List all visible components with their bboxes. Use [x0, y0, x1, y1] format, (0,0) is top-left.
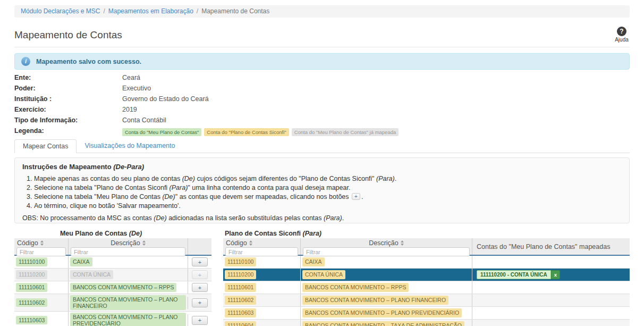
sort-icon[interactable] — [40, 240, 44, 246]
siconfi-account-row[interactable]: 111110602BANCOS CONTA MOVIMENTO – PLANO … — [223, 294, 630, 307]
instruction-item: Ao término, clique no botão 'Salvar mape… — [34, 202, 622, 211]
field-label: Exercício: — [14, 106, 122, 116]
left-desc-column-header[interactable]: Descrição — [69, 239, 188, 247]
account-desc-badge: BANCOS CONTA MOVIMENTO – PLANO FINANCEIR… — [70, 295, 186, 310]
account-code-badge: 111110603 — [225, 308, 256, 317]
my-plan-account-row[interactable]: 111110603BANCOS CONTA MOVIMENTO – PLANO … — [14, 312, 211, 326]
help-label: Ajuda — [612, 37, 631, 43]
account-desc-badge: BANCOS CONTA MOVIMENTO – PLANO PREVIDENC… — [302, 308, 462, 317]
account-code-badge: 111110604 — [225, 321, 256, 326]
field-label: Tipo de Informação: — [14, 116, 122, 127]
alert-message: Mapeamento salvo com sucesso. — [36, 58, 141, 65]
field-value: Conta Contábil — [122, 116, 166, 127]
help-button[interactable]: ? Ajuda — [612, 27, 631, 43]
siconfi-account-row[interactable]: 111110604BANCOS CONTA MOVIMENTO – TAXA D… — [223, 320, 630, 326]
plus-button-example: + — [352, 193, 360, 200]
left-table-title-em: (De) — [129, 230, 142, 237]
siconfi-account-row[interactable]: 111110603BANCOS CONTA MOVIMENTO – PLANO … — [223, 307, 630, 320]
right-code-column-header[interactable]: Código — [223, 239, 300, 247]
account-desc-badge: CONTA ÚNICA — [302, 270, 345, 279]
legend-badge-green: Conta do "Meu Plano de Contas" — [122, 128, 201, 136]
my-plan-account-row[interactable]: 111110601BANCOS CONTA MOVIMENTO – RPPS+ — [14, 281, 211, 294]
legend-badge-gray: Conta do "Meu Plano de Contas" já mapead… — [292, 128, 399, 136]
account-code-badge: 111110603 — [16, 316, 47, 324]
breadcrumb-separator: / — [103, 7, 105, 15]
breadcrumb: Módulo Declarações e MSC/Mapeamentos em … — [14, 5, 630, 18]
account-desc-badge: BANCOS CONTA MOVIMENTO – PLANO FINANCEIR… — [302, 296, 448, 304]
siconfi-chart-of-accounts-table: Plano de Contas Siconfi (Para) Código De… — [223, 230, 630, 326]
page-title: Mapeamento de Contas — [14, 29, 122, 41]
account-desc-badge: BANCOS CONTA MOVIMENTO – RPPS — [70, 283, 176, 291]
legend-label: Legenda: — [14, 127, 122, 138]
account-code-badge: 111110200 — [16, 270, 47, 279]
siconfi-account-row[interactable]: 111110100CAIXA — [223, 256, 630, 269]
add-account-button[interactable]: + — [192, 283, 208, 292]
field-value: Ceará — [122, 74, 140, 85]
left-code-column-header[interactable]: Código — [14, 239, 68, 247]
breadcrumb-item[interactable]: Mapeamentos em Elaboração — [108, 7, 193, 15]
right-desc-column-header[interactable]: Descrição — [301, 239, 472, 247]
instructions-list: Mapeie apenas as contas do seu plano de … — [22, 174, 622, 211]
my-plan-account-row[interactable]: 111110100CAIXA+ — [14, 256, 211, 269]
account-desc-badge: CAIXA — [70, 257, 92, 266]
mapped-accounts-column-header: Contas do "Meu Plano de Contas" mapeadas — [472, 239, 630, 255]
legend-badges: Conta do "Meu Plano de Contas"Conta do "… — [122, 127, 399, 138]
add-account-button[interactable]: + — [192, 270, 208, 279]
sort-icon[interactable] — [249, 240, 252, 246]
account-code-badge: 111110601 — [225, 283, 256, 291]
info-field-row: Ente:Ceará — [14, 74, 630, 85]
field-value: Executivo — [122, 85, 151, 95]
add-account-button[interactable]: + — [192, 257, 208, 266]
account-code-badge: 111110602 — [16, 298, 47, 307]
page: Módulo Declarações e MSC/Mapeamentos em … — [0, 0, 644, 326]
success-alert: i Mapeamento salvo com sucesso. — [14, 53, 630, 70]
right-table-header: Código Descrição Contas do "Meu Plano de… — [223, 238, 630, 256]
tab-bar: Mapear ContasVisualizações do Mapeamento — [14, 139, 630, 153]
left-table-header: Código Descrição — [14, 238, 211, 256]
remove-mapped-button[interactable]: x — [551, 270, 560, 279]
account-desc-badge: BANCOS CONTA MOVIMENTO – PLANO PREVIDENC… — [70, 313, 186, 326]
breadcrumb-item[interactable]: Módulo Declarações e MSC — [21, 7, 100, 15]
instruction-item: Mapeie apenas as contas do seu plano de … — [34, 174, 622, 183]
instruction-item: Selecione na tabela "Meu Plano de Contas… — [34, 193, 622, 202]
info-icon: i — [21, 57, 30, 66]
tab-mapear-contas[interactable]: Mapear Contas — [14, 139, 77, 153]
field-value: 2019 — [122, 106, 137, 116]
left-table-title-text: Meu Plano de Contas — [60, 230, 127, 237]
right-table-title-em: (Para) — [303, 230, 321, 237]
field-value: Governo do Estado do Ceará — [122, 95, 209, 106]
right-code-filter-input[interactable] — [225, 247, 298, 256]
right-table-body: 111110100CAIXA111110200CONTA ÚNICA111110… — [223, 256, 630, 326]
entity-info: Ente:CearáPoder:ExecutivoInstituição :Go… — [14, 74, 630, 138]
my-chart-of-accounts-table: Meu Plano de Contas (De) Código Descriçã… — [14, 230, 211, 326]
legend-badge-yellow: Conta do "Plano de Contas Siconfi" — [204, 128, 289, 136]
my-plan-account-row[interactable]: 111110602BANCOS CONTA MOVIMENTO – PLANO … — [14, 294, 211, 312]
title-divider — [14, 47, 630, 47]
info-field-row: Poder:Executivo — [14, 85, 630, 95]
add-account-button[interactable]: + — [192, 316, 208, 325]
right-table-title-text: Plano de Contas Siconfi — [225, 230, 301, 237]
account-code-badge: 111110100 — [16, 257, 47, 266]
left-table-body: 111110100CAIXA+111110200CONTA ÚNICA+1111… — [14, 256, 211, 326]
left-desc-filter-input[interactable] — [71, 247, 185, 256]
sort-icon[interactable] — [142, 240, 146, 246]
siconfi-account-row[interactable]: 111110200CONTA ÚNICA111110200 - CONTA ÚN… — [223, 269, 630, 281]
instructions-title-text: Instruções de Mapeamento — [22, 163, 112, 171]
account-code-badge: 111110100 — [225, 257, 256, 266]
account-code-badge: 111110200 — [225, 270, 256, 279]
legend-row: Legenda:Conta do "Meu Plano de Contas"Co… — [14, 127, 630, 138]
my-plan-account-row[interactable]: 111110200CONTA ÚNICA+ — [14, 269, 211, 281]
left-code-filter-input[interactable] — [16, 247, 66, 256]
add-account-button[interactable]: + — [192, 298, 208, 307]
field-label: Ente: — [14, 74, 122, 85]
siconfi-account-row[interactable]: 111110601BANCOS CONTA MOVIMENTO – RPPS — [223, 281, 630, 294]
account-desc-badge: CAIXA — [302, 257, 325, 266]
right-desc-filter-input[interactable] — [303, 247, 470, 256]
info-field-row: Instituição :Governo do Estado do Ceará — [14, 95, 630, 106]
mapped-account-badge: 111110200 - CONTA ÚNICAx — [477, 270, 560, 279]
sort-icon[interactable] — [401, 240, 404, 246]
tab-visualizacoes-do-mapeamento[interactable]: Visualizações do Mapeamento — [77, 139, 183, 152]
mapped-account-label: 111110200 - CONTA ÚNICA — [477, 270, 551, 279]
instructions-title: Instruções de Mapeamento (De-Para) — [22, 163, 622, 171]
right-table-title: Plano de Contas Siconfi (Para) — [223, 230, 630, 238]
